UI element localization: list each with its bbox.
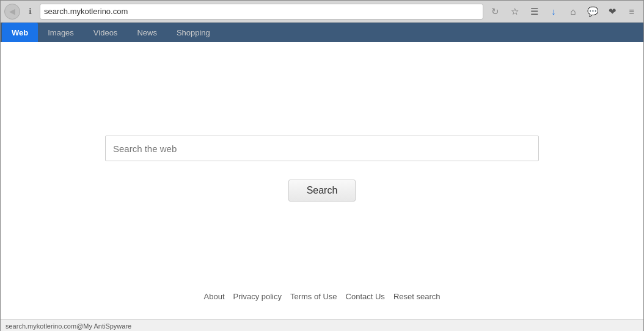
status-text: search.mykotlerino.com@My AntiSpyware (5, 322, 131, 330)
status-bar: search.mykotlerino.com@My AntiSpyware (1, 319, 643, 331)
privacy-link[interactable]: Privacy policy (233, 292, 282, 301)
search-input[interactable] (105, 136, 539, 161)
terms-link[interactable]: Terms of Use (290, 292, 337, 301)
chat-button[interactable]: 💬 (585, 4, 601, 20)
search-button[interactable]: Search (288, 180, 356, 202)
download-button[interactable]: ↓ (546, 4, 562, 20)
tab-web[interactable]: Web (2, 23, 38, 42)
star-button[interactable]: ☆ (507, 4, 522, 20)
reader-button[interactable]: ☰ (526, 4, 542, 20)
address-text: search.mykotlerino.com (44, 7, 479, 16)
contact-link[interactable]: Contact Us (346, 292, 385, 301)
browser-window: ◀ ℹ search.mykotlerino.com ↻ ☆ ☰ ↓ ⌂ 💬 ❤… (0, 0, 644, 331)
footer-links: About Privacy policy Terms of Use Contac… (204, 292, 441, 301)
nav-tabs: Web Images Videos News Shopping (1, 23, 643, 42)
home-button[interactable]: ⌂ (565, 4, 581, 20)
toolbar: ◀ ℹ search.mykotlerino.com ↻ ☆ ☰ ↓ ⌂ 💬 ❤… (1, 1, 643, 23)
search-container: Search (105, 136, 539, 202)
reset-link[interactable]: Reset search (393, 292, 441, 301)
back-button[interactable]: ◀ (4, 4, 20, 20)
tab-shopping[interactable]: Shopping (167, 23, 220, 42)
menu-button[interactable]: ≡ (624, 4, 640, 20)
tab-images[interactable]: Images (38, 23, 84, 42)
tab-videos[interactable]: Videos (84, 23, 128, 42)
address-bar[interactable]: search.mykotlerino.com (40, 4, 483, 20)
page-content: Search About Privacy policy Terms of Use… (1, 42, 643, 319)
about-link[interactable]: About (204, 292, 225, 301)
refresh-button[interactable]: ↻ (487, 4, 503, 20)
tab-news[interactable]: News (127, 23, 167, 42)
info-button[interactable]: ℹ (24, 5, 36, 18)
pocket-button[interactable]: ❤ (604, 4, 620, 20)
